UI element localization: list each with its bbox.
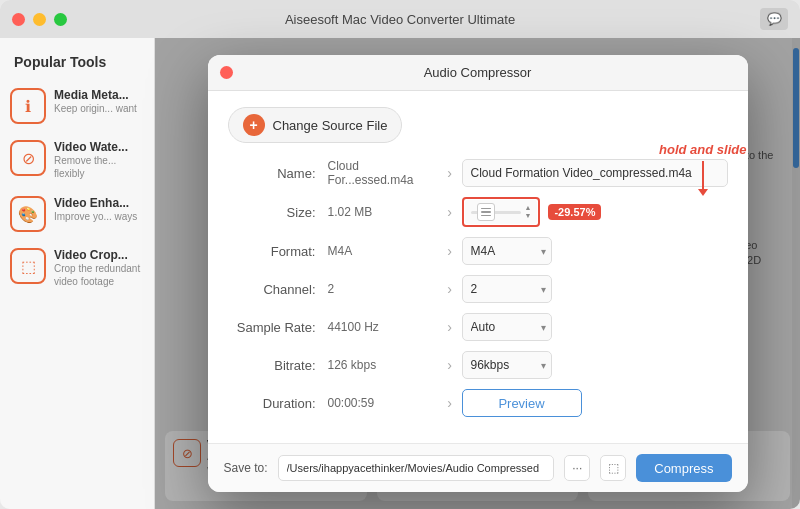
sidebar-item-video-watermark[interactable]: ⊘ Video Wate... Remove the... flexibly: [0, 132, 154, 188]
size-control-area: ▲ ▼ -29.57% hold and slide: [462, 197, 602, 227]
save-to-label: Save to:: [224, 461, 268, 475]
sidebar-item-media-meta[interactable]: ℹ Media Meta... Keep origin... want: [0, 80, 154, 132]
bitrate-row: Bitrate: 126 kbps › 96kbps: [228, 351, 728, 379]
app-title: Aiseesoft Mac Video Converter Ultimate: [285, 12, 515, 27]
folder-button[interactable]: ⬚: [600, 455, 626, 481]
sidebar-item-title: Video Enha...: [54, 196, 144, 210]
maximize-button[interactable]: [54, 13, 67, 26]
source-file-label: Change Source File: [273, 118, 388, 133]
annotation-text: hold and slide: [659, 142, 746, 157]
info-icon: ℹ: [10, 88, 46, 124]
close-button[interactable]: [12, 13, 25, 26]
bitrate-label: Bitrate:: [228, 358, 328, 373]
main-content: Popular Tools ℹ Media Meta... Keep origi…: [0, 38, 800, 509]
format-original: M4A: [328, 244, 438, 258]
bitrate-select[interactable]: 96kbps: [462, 351, 552, 379]
stepper-down-icon[interactable]: ▼: [525, 212, 532, 220]
arrow-icon-3: ›: [438, 243, 462, 259]
size-row: Size: 1.02 MB ›: [228, 197, 728, 227]
slider-container[interactable]: [471, 202, 521, 222]
watermark-icon: ⊘: [10, 140, 46, 176]
channel-row: Channel: 2 › 2: [228, 275, 728, 303]
arrow-icon-7: ›: [438, 395, 462, 411]
modal-title: Audio Compressor: [424, 65, 532, 80]
modal-title-bar: Audio Compressor: [208, 55, 748, 91]
slider-thumb[interactable]: [477, 203, 495, 221]
enhance-icon: 🎨: [10, 196, 46, 232]
name-label: Name:: [228, 166, 328, 181]
channel-select[interactable]: 2: [462, 275, 552, 303]
audio-compressor-modal: Audio Compressor + Change Source File Na…: [208, 55, 748, 492]
minimize-button[interactable]: [33, 13, 46, 26]
change-source-file-button[interactable]: + Change Source File: [228, 107, 403, 143]
modal-overlay: Audio Compressor + Change Source File Na…: [155, 38, 800, 509]
sample-rate-label: Sample Rate:: [228, 320, 328, 335]
title-bar: Aiseesoft Mac Video Converter Ultimate 💬: [0, 0, 800, 38]
arrow-icon: ›: [438, 165, 462, 181]
stepper-up-icon[interactable]: ▲: [525, 204, 532, 212]
chat-icon[interactable]: 💬: [760, 8, 788, 30]
sidebar-item-desc: Remove the... flexibly: [54, 154, 144, 180]
size-stepper-wrapper: ▲ ▼ -29.57%: [462, 197, 602, 227]
sidebar-item-title: Video Wate...: [54, 140, 144, 154]
format-select-wrapper: M4A: [462, 237, 552, 265]
channel-original: 2: [328, 282, 438, 296]
compress-button[interactable]: Compress: [636, 454, 731, 482]
sample-rate-select[interactable]: Auto: [462, 313, 552, 341]
hold-slide-annotation: hold and slide: [659, 142, 746, 196]
plus-icon: +: [243, 114, 265, 136]
arrow-icon-2: ›: [438, 204, 462, 220]
modal-footer: Save to: ··· ⬚ Compress: [208, 443, 748, 492]
sample-rate-original: 44100 Hz: [328, 320, 438, 334]
save-path-input[interactable]: [278, 455, 555, 481]
window-controls: [12, 13, 67, 26]
app-window: Aiseesoft Mac Video Converter Ultimate 💬…: [0, 0, 800, 509]
modal-close-button[interactable]: [220, 66, 233, 79]
preview-button[interactable]: Preview: [462, 389, 582, 417]
sidebar-item-video-enhance[interactable]: 🎨 Video Enha... Improve yo... ways: [0, 188, 154, 240]
duration-label: Duration:: [228, 396, 328, 411]
annotation-arrowhead: [698, 189, 708, 196]
duration-original: 00:00:59: [328, 396, 438, 410]
sidebar-item-video-crop[interactable]: ⬚ Video Crop... Crop the redundant video…: [0, 240, 154, 296]
size-slider-box: ▲ ▼: [462, 197, 541, 227]
right-panel: ⊘ Video Wat... Add text and image waterm…: [155, 38, 800, 509]
crop-icon: ⬚: [10, 248, 46, 284]
arrow-icon-6: ›: [438, 357, 462, 373]
size-label: Size:: [228, 205, 328, 220]
stepper-arrows[interactable]: ▲ ▼: [525, 204, 532, 219]
bitrate-select-wrapper: 96kbps: [462, 351, 552, 379]
channel-select-wrapper: 2: [462, 275, 552, 303]
name-original: Cloud For...essed.m4a: [328, 159, 438, 187]
arrow-icon-4: ›: [438, 281, 462, 297]
percent-badge: -29.57%: [548, 204, 601, 220]
sidebar-item-desc: Crop the redundant video footage: [54, 262, 144, 288]
modal-body: + Change Source File Name: Cloud For...e…: [208, 91, 748, 443]
sidebar-item-title: Video Crop...: [54, 248, 144, 262]
sample-rate-select-wrapper: Auto: [462, 313, 552, 341]
annotation-arrow-line: [702, 161, 704, 189]
sidebar-item-desc: Improve yo... ways: [54, 210, 144, 223]
sidebar-item-desc: Keep origin... want: [54, 102, 144, 115]
format-select[interactable]: M4A: [462, 237, 552, 265]
duration-row: Duration: 00:00:59 › Preview: [228, 389, 728, 417]
format-row: Format: M4A › M4A: [228, 237, 728, 265]
format-label: Format:: [228, 244, 328, 259]
name-row: Name: Cloud For...essed.m4a ›: [228, 159, 728, 187]
dots-menu-button[interactable]: ···: [564, 455, 590, 481]
size-original: 1.02 MB: [328, 205, 438, 219]
bitrate-original: 126 kbps: [328, 358, 438, 372]
sidebar: Popular Tools ℹ Media Meta... Keep origi…: [0, 38, 155, 509]
channel-label: Channel:: [228, 282, 328, 297]
sample-rate-row: Sample Rate: 44100 Hz › Auto: [228, 313, 728, 341]
arrow-icon-5: ›: [438, 319, 462, 335]
sidebar-item-title: Media Meta...: [54, 88, 144, 102]
sidebar-title: Popular Tools: [0, 48, 154, 80]
